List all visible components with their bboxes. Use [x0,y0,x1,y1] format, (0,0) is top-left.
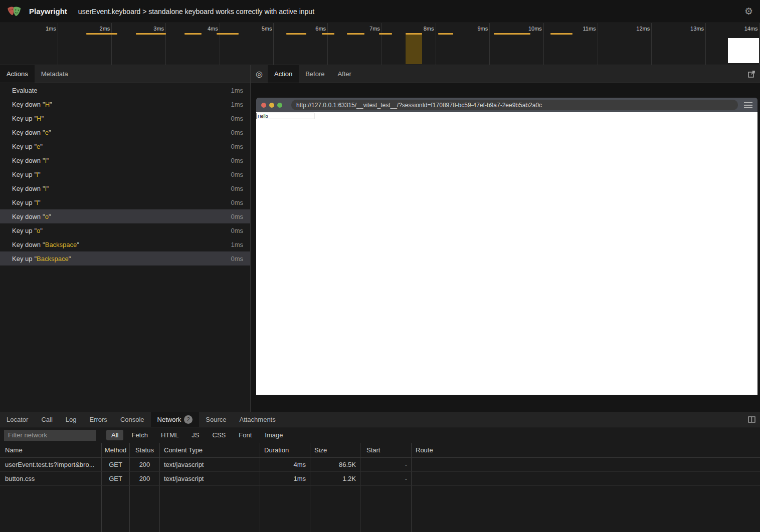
chip-label: CSS [213,431,226,439]
actions-panel-tab[interactable]: Metadata [35,65,75,83]
action-key-token: "l" [43,157,49,164]
network-filter-chip[interactable]: All [106,430,123,440]
tab-label: Source [206,416,226,423]
action-label: Key up [12,115,32,122]
details-tab[interactable]: Errors [83,412,113,427]
network-filter-chip[interactable]: Font [234,430,257,440]
network-request-row[interactable]: button.css GET 200 text/javascript 1ms 1… [0,472,760,486]
details-tab[interactable]: Source [199,412,233,427]
split-view-icon[interactable] [743,412,760,427]
traffic-light-yellow-icon [269,103,274,108]
action-row[interactable]: Key down "l" 0ms [0,181,250,195]
actions-panel-tab[interactable]: Actions [0,65,35,83]
network-request-row[interactable]: userEvent.test.ts?import&bro... GET 200 … [0,458,760,472]
action-label: Key down [12,157,41,164]
timeline-action-mark [322,33,334,35]
chip-label: All [111,431,118,439]
tab-label: Before [305,70,324,78]
details-tab[interactable]: Locator [0,412,35,427]
action-duration: 0ms [231,255,243,262]
col-header-size[interactable]: Size [310,443,360,457]
col-header-route[interactable]: Route [412,443,760,457]
request-status: 200 [130,472,160,485]
request-route [412,458,760,471]
action-label: Key down [12,185,41,192]
hamburger-menu-icon [744,102,752,108]
actions-list-empty-area [0,265,250,412]
action-row[interactable]: Key down "H" 1ms [0,97,250,111]
network-filter-chip[interactable]: JS [186,430,204,440]
request-start: - [360,472,412,485]
details-tab[interactable]: Attachments [233,412,282,427]
actions-panel: Actions Metadata Evaluate "" 1ms Key dow… [0,65,251,412]
network-filter-chip[interactable]: Fetch [126,430,153,440]
actions-tabstrip: Actions Metadata [0,65,250,83]
request-method: GET [102,458,130,471]
snapshot-tabstrip: ◎ Action Before After [251,65,760,83]
details-tab[interactable]: Console [114,412,151,427]
action-row[interactable]: Evaluate "" 1ms [0,83,250,97]
timeline-tick-label: 11ms [544,23,598,65]
col-header-status[interactable]: Status [130,443,160,457]
page-text-input[interactable] [256,113,314,119]
actions-list: Evaluate "" 1ms Key down "H" 1ms Key up … [0,83,250,265]
settings-gear-icon[interactable]: ⚙ [744,7,753,16]
action-row[interactable]: Key up "H" 0ms [0,111,250,125]
snapshot-tab[interactable]: Action [268,65,299,83]
action-key-token: "H" [43,101,52,108]
action-duration: 0ms [231,199,243,206]
action-row[interactable]: Key down "Backspace" 1ms [0,237,250,251]
snapshot-tab[interactable]: After [331,65,357,83]
col-header-method[interactable]: Method [102,443,130,457]
chip-label: HTML [161,431,178,439]
snapshot-browser-frame: http://127.0.0.1:63315/__vitest_test__/?… [256,98,757,395]
action-duration: 0ms [231,143,243,150]
timeline-tick-label: 4ms [166,23,220,65]
network-filter-chip[interactable]: Image [260,430,288,440]
network-table-header: Name Method Status Content Type Duration… [0,443,760,458]
snapshot-tab[interactable]: Before [299,65,331,83]
details-tabstrip: Locator Call Log Errors [0,412,760,427]
timeline-tick-label: 3ms [112,23,166,65]
chip-label: Image [265,431,283,439]
col-header-start[interactable]: Start [360,443,412,457]
app-title: Playwright [29,7,67,16]
pick-locator-target-icon[interactable]: ◎ [251,65,268,83]
action-row[interactable]: Key up "o" 0ms [0,223,250,237]
app-bar: Playwright userEvent.keyboard > standalo… [0,0,760,23]
timeline-action-mark [217,33,239,35]
tab-label: Call [41,416,52,423]
action-key-token: "H" [34,115,44,122]
action-label: Key down [12,101,41,108]
network-filter-input[interactable] [4,430,96,441]
page-url: http://127.0.0.1:63315/__vitest_test__/?… [296,102,542,109]
action-duration: 0ms [231,213,243,220]
action-row[interactable]: Key up "Backspace" 0ms [0,251,250,265]
strip-spacer [358,65,743,83]
request-duration: 1ms [260,472,310,485]
action-row[interactable]: Key down "e" 0ms [0,125,250,139]
details-tab[interactable]: Log [59,412,83,427]
open-snapshot-external-icon[interactable] [743,65,760,83]
col-header-name[interactable]: Name [0,443,102,457]
details-tab[interactable]: Network 2 [151,412,200,427]
action-row[interactable]: Key down "l" 0ms [0,153,250,167]
col-header-duration[interactable]: Duration [260,443,310,457]
action-row[interactable]: Key up "l" 0ms [0,167,250,181]
action-row[interactable]: Key up "l" 0ms [0,195,250,209]
network-filter-chip[interactable]: CSS [208,430,231,440]
action-row[interactable]: Key down "o" 0ms [0,209,250,223]
timeline-action-mark [347,33,364,35]
action-key-token: "e" [43,129,51,136]
col-header-type[interactable]: Content Type [160,443,260,457]
chip-label: Fetch [131,431,148,439]
timeline[interactable]: 1ms 2ms 3ms 4ms 5ms 6ms 7ms [0,23,760,65]
network-filter-chip[interactable]: HTML [156,430,183,440]
action-duration: 0ms [231,227,243,234]
browser-chrome-bar: http://127.0.0.1:63315/__vitest_test__/?… [256,98,757,112]
playwright-logo-icon [7,4,22,19]
action-key-token: "l" [34,171,40,178]
action-row[interactable]: Key up "e" 0ms [0,139,250,153]
action-duration: 1ms [231,101,243,108]
details-tab[interactable]: Call [35,412,59,427]
